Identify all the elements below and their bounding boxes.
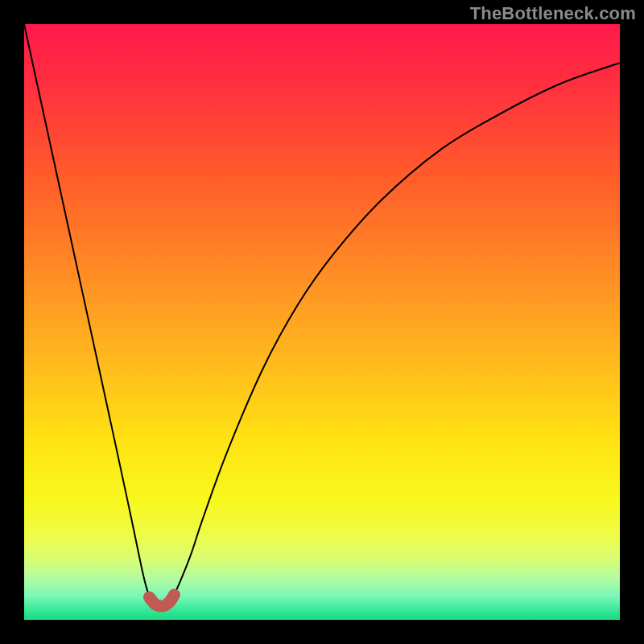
optimal-region-marker [149,595,174,606]
chart-svg [24,24,620,620]
plot-area [24,24,620,620]
bottleneck-curve-path [24,24,620,607]
watermark-text: TheBottleneck.com [470,3,636,24]
chart-frame: TheBottleneck.com [0,0,644,644]
